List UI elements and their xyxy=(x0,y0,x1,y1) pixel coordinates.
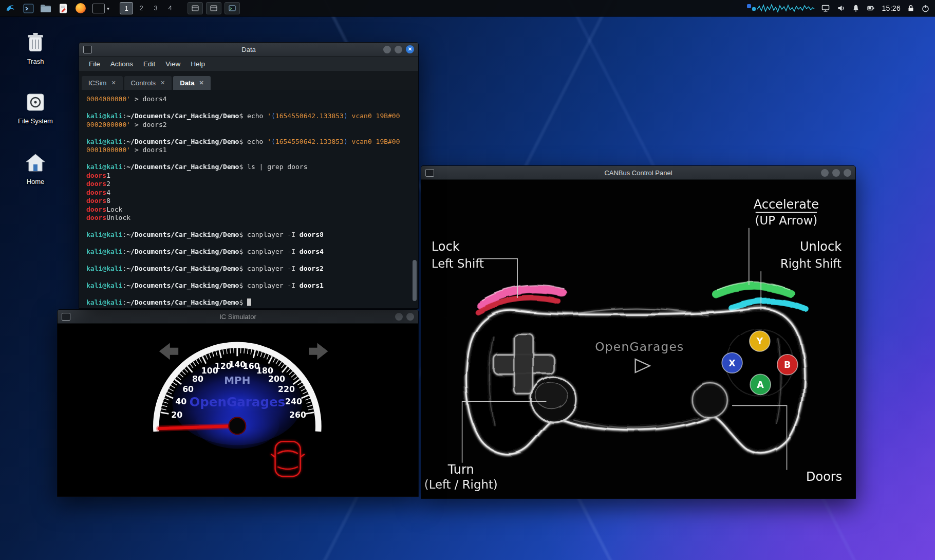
gauge-tick-40: 40 xyxy=(175,397,186,406)
terminal-line xyxy=(86,155,411,163)
turn-sublabel: (Left / Right) xyxy=(424,478,498,491)
canbus-app-icon xyxy=(425,169,434,177)
door-status-car-icon xyxy=(271,441,305,476)
kali-menu-button[interactable] xyxy=(5,3,16,14)
terminal-line xyxy=(86,222,411,231)
menu-actions[interactable]: Actions xyxy=(106,59,138,69)
notifications-tray-icon[interactable] xyxy=(852,4,860,12)
display-tray-icon[interactable] xyxy=(821,4,830,12)
terminal-line: kali@kali:~/Documents/Car_Hacking/Demo$ … xyxy=(86,231,411,239)
taskbar-window-list xyxy=(188,2,240,14)
top-panel: ▾ 1234 xyxy=(0,0,935,16)
desktop-icon-label: Trash xyxy=(10,58,61,65)
face-button-y: Y xyxy=(750,331,770,351)
terminal-line xyxy=(86,273,411,282)
data-window-title: Data xyxy=(79,46,418,53)
terminal-line: kali@kali:~/Documents/Car_Hacking/Demo$ … xyxy=(86,112,411,121)
minimize-button[interactable] xyxy=(383,46,391,53)
workspace-switcher: 1234 xyxy=(120,2,176,14)
workspace-3[interactable]: 3 xyxy=(149,2,162,13)
terminal-line: doors8 xyxy=(86,197,411,206)
menu-file[interactable]: File xyxy=(84,59,105,69)
terminal-profile-selector[interactable]: ▾ xyxy=(92,4,109,13)
tab-close-icon[interactable]: ✕ xyxy=(160,80,165,86)
controller-brand-label: OpenGarages xyxy=(595,340,684,354)
gauge-tick-200: 200 xyxy=(268,374,285,384)
desktop-icon-trash[interactable]: Trash xyxy=(10,31,61,65)
terminal-line: kali@kali:~/Documents/Car_Hacking/Demo$ … xyxy=(86,265,411,273)
desktop-icon-label: File System xyxy=(10,117,61,125)
power-tray-icon[interactable] xyxy=(921,4,930,13)
tab-close-icon[interactable]: ✕ xyxy=(199,80,203,86)
audio-waveform-icon xyxy=(747,2,815,14)
minimize-button[interactable] xyxy=(395,313,403,321)
window-icon xyxy=(210,5,217,11)
workspace-4[interactable]: 4 xyxy=(164,2,176,13)
unlock-sublabel: Right Shift xyxy=(780,257,841,270)
icsim-titlebar[interactable]: IC Simulator xyxy=(58,310,418,324)
menu-help[interactable]: Help xyxy=(186,59,210,69)
battery-tray-icon[interactable] xyxy=(866,4,875,12)
tab-data[interactable]: Data✕ xyxy=(173,76,210,90)
konsole-icon xyxy=(23,3,34,14)
icsim-app-icon xyxy=(62,313,70,321)
terminal-window-icon xyxy=(229,5,236,11)
chevron-down-icon: ▾ xyxy=(107,6,109,11)
data-window-titlebar[interactable]: Data ✕ xyxy=(79,43,418,57)
terminal-line xyxy=(86,256,411,265)
close-button[interactable] xyxy=(406,313,414,321)
text-editor-launcher[interactable] xyxy=(58,3,69,14)
terminal-line xyxy=(86,104,411,113)
taskbar-window-button[interactable] xyxy=(225,2,240,14)
canbus-canvas: YXBA OpenGarages Accelerate (UP Arrow) L… xyxy=(421,180,855,499)
terminal-output[interactable]: 0004000000' > doors4 kali@kali:~/Documen… xyxy=(79,90,418,309)
controller-svg: YXBA OpenGarages Accelerate (UP Arrow) L… xyxy=(421,180,855,499)
tab-close-icon[interactable]: ✕ xyxy=(111,80,116,86)
lock-tray-icon[interactable] xyxy=(907,4,915,12)
terminal-profile-icon xyxy=(92,4,105,13)
clock[interactable]: 15:26 xyxy=(882,4,901,12)
maximize-button[interactable] xyxy=(832,169,840,177)
audio-visualizer-applet[interactable] xyxy=(747,2,815,14)
data-terminal-window: Data ✕ FileActionsEditViewHelp ICSim✕Con… xyxy=(79,42,419,309)
workspace-1[interactable]: 1 xyxy=(120,2,133,14)
tab-icsim[interactable]: ICSim✕ xyxy=(82,76,123,90)
terminal-app-icon xyxy=(83,46,92,53)
terminal-line: 0001000000' > doors1 xyxy=(86,146,411,155)
firefox-launcher[interactable] xyxy=(75,3,86,14)
terminal-line xyxy=(86,290,411,299)
face-button-x: X xyxy=(722,352,742,373)
svg-text:B: B xyxy=(784,360,791,370)
file-manager-launcher[interactable] xyxy=(40,3,51,14)
desktop-icon-home[interactable]: Home xyxy=(10,152,61,185)
left-turn-arrow-icon xyxy=(159,343,178,360)
menu-view[interactable]: View xyxy=(161,59,185,69)
konsole-launcher[interactable] xyxy=(23,3,34,14)
close-button[interactable] xyxy=(844,169,851,177)
gauge-tick-60: 60 xyxy=(182,384,194,394)
accelerate-bumper-green xyxy=(716,286,790,294)
icsim-window: IC Simulator xyxy=(57,309,419,497)
lock-label: Lock xyxy=(432,239,460,254)
taskbar-window-button[interactable] xyxy=(188,2,203,14)
tab-controls[interactable]: Controls✕ xyxy=(124,76,172,90)
terminal-line: kali@kali:~/Documents/Car_Hacking/Demo$ … xyxy=(86,138,411,146)
terminal-scrollbar[interactable] xyxy=(413,260,417,301)
maximize-button[interactable] xyxy=(395,46,402,53)
home-icon xyxy=(24,152,47,174)
close-button[interactable]: ✕ xyxy=(406,45,414,53)
terminal-line: doors4 xyxy=(86,189,411,197)
canbus-titlebar[interactable]: CANBus Control Panel xyxy=(421,166,855,180)
volume-tray-icon[interactable] xyxy=(836,4,846,12)
taskbar-window-button[interactable] xyxy=(206,2,221,14)
gauge-tick-220: 220 xyxy=(278,384,295,394)
filesystem-icon xyxy=(25,91,46,113)
firefox-icon xyxy=(76,3,86,13)
desktop-icon-filesystem[interactable]: File System xyxy=(10,91,61,125)
lock-sublabel: Left Shift xyxy=(432,257,484,270)
menu-edit[interactable]: Edit xyxy=(139,59,160,69)
workspace-2[interactable]: 2 xyxy=(135,2,147,13)
right-turn-arrow-icon xyxy=(309,343,328,360)
minimize-button[interactable] xyxy=(821,169,829,177)
face-button-b: B xyxy=(777,354,798,375)
